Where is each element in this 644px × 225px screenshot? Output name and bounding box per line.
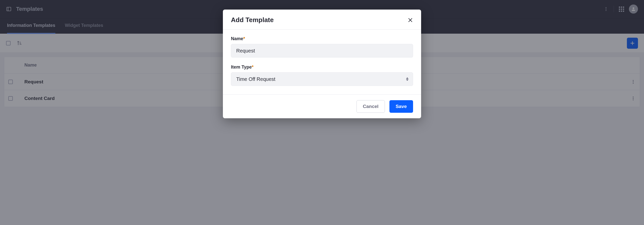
save-button[interactable]: Save <box>389 100 413 113</box>
modal-body: Name* Item Type* Time Off Request <box>223 30 421 94</box>
modal-overlay[interactable]: Add Template Name* Item Type* <box>0 0 644 225</box>
name-label-text: Name <box>231 36 243 41</box>
item-type-label-text: Item Type <box>231 65 252 70</box>
save-button-label: Save <box>396 104 407 109</box>
cancel-button[interactable]: Cancel <box>356 100 385 113</box>
modal-header: Add Template <box>223 10 421 30</box>
required-star: * <box>252 65 254 70</box>
item-type-select-wrap: Time Off Request <box>231 72 413 86</box>
item-type-value: Time Off Request <box>236 76 275 82</box>
required-star: * <box>243 36 245 41</box>
field-group-item-type: Item Type* Time Off Request <box>231 65 413 86</box>
modal-footer: Cancel Save <box>223 94 421 118</box>
item-type-select[interactable]: Time Off Request <box>231 72 413 86</box>
item-type-label: Item Type* <box>231 65 413 70</box>
close-icon[interactable] <box>408 17 413 23</box>
name-input[interactable] <box>231 44 413 58</box>
field-group-name: Name* <box>231 36 413 58</box>
add-template-modal: Add Template Name* Item Type* <box>223 10 421 118</box>
cancel-button-label: Cancel <box>363 104 378 109</box>
modal-title: Add Template <box>231 16 274 24</box>
name-label: Name* <box>231 36 413 41</box>
